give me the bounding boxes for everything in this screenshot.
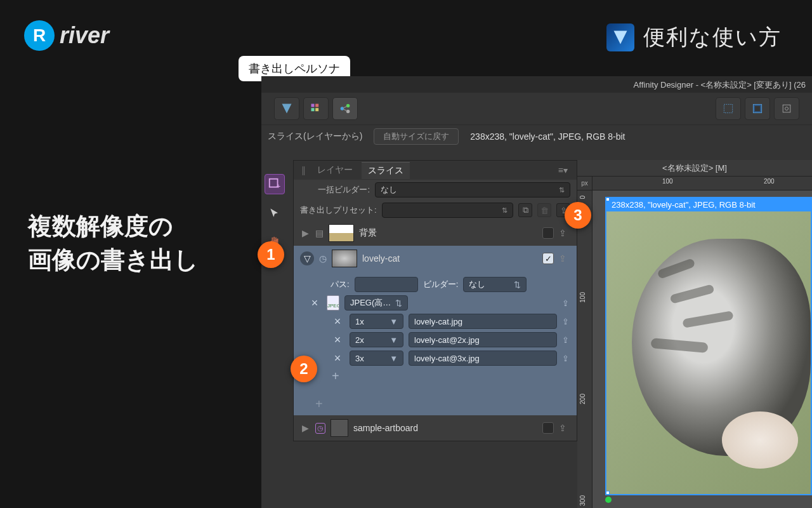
slice-name: sample-artboard bbox=[353, 423, 537, 433]
format-select[interactable]: JPEG(高…⇅ bbox=[344, 295, 408, 311]
resize-handle[interactable] bbox=[605, 491, 610, 495]
export-output-icon[interactable]: ⇪ bbox=[562, 317, 569, 326]
brand-logo: R river bbox=[24, 20, 109, 51]
resize-handle[interactable] bbox=[605, 197, 610, 201]
ruler-unit: px bbox=[577, 177, 593, 190]
export-checkbox[interactable] bbox=[542, 227, 554, 239]
tool-rail: + bbox=[261, 169, 288, 253]
tab-slices[interactable]: スライス bbox=[362, 162, 410, 179]
export-item-icon[interactable]: ⇪ bbox=[559, 423, 570, 433]
persona-designer-button[interactable] bbox=[274, 97, 299, 120]
output-row: × 3x▼ lovely-cat@3x.jpg ⇪ bbox=[331, 351, 569, 366]
scale-select[interactable]: 2x▼ bbox=[350, 332, 403, 347]
svg-rect-3 bbox=[315, 108, 318, 111]
svg-rect-11 bbox=[755, 106, 760, 111]
path-label: パス: bbox=[331, 279, 350, 290]
remove-output-icon[interactable]: × bbox=[331, 352, 344, 365]
preset-label: 書き出しプリセット: bbox=[300, 204, 377, 216]
snap-indicator bbox=[605, 497, 612, 503]
slice-item-bg[interactable]: ▶ ▤ 背景 ⇪ bbox=[294, 220, 577, 246]
path-input[interactable] bbox=[355, 277, 418, 292]
export-format-icon[interactable]: ⇪ bbox=[562, 298, 569, 308]
output-row: × 2x▼ lovely-cat@2x.jpg ⇪ bbox=[331, 332, 569, 347]
thumbnail bbox=[329, 224, 354, 242]
persona-pixel-button[interactable] bbox=[303, 97, 329, 120]
brand-icon: R bbox=[24, 20, 55, 51]
headline-line-1: 複数解像度の bbox=[28, 210, 199, 243]
format-row: × JPEG JPEG(高…⇅ ⇪ bbox=[308, 295, 569, 311]
page-title-area: 便利な使い方 bbox=[606, 23, 782, 52]
builder-select-slice[interactable]: なし⇅ bbox=[463, 277, 527, 292]
app-window: Affinity Designer - <名称未設定> [変更あり] (26 ス… bbox=[261, 76, 812, 508]
disclosure-icon[interactable]: ▽ bbox=[300, 251, 314, 265]
app-icon bbox=[606, 23, 634, 51]
ruler-tick: 200 bbox=[579, 394, 586, 404]
tab-layers[interactable]: レイヤー bbox=[311, 162, 359, 178]
builder-select[interactable]: なし⇅ bbox=[375, 182, 570, 197]
copy-icon[interactable]: ⧉ bbox=[518, 203, 532, 217]
preset-row: 書き出しプリセット: ⇅ ⧉ 🗑 ⇪ bbox=[294, 200, 577, 220]
reset-size-button[interactable]: 自動サイズに戻す bbox=[374, 128, 459, 145]
fit-button[interactable] bbox=[774, 97, 799, 120]
add-format-button[interactable]: + bbox=[294, 393, 577, 415]
sub-toolbar: スライス(レイヤーから) 自動サイズに戻す 238x238, "lovely-c… bbox=[261, 124, 812, 147]
preset-select[interactable]: ⇅ bbox=[382, 203, 513, 218]
scale-select[interactable]: 1x▼ bbox=[350, 314, 403, 329]
slice-tool[interactable]: + bbox=[265, 174, 285, 194]
brand-name: river bbox=[60, 22, 109, 49]
filename-input[interactable]: lovely-cat@3x.jpg bbox=[409, 351, 557, 366]
export-checkbox[interactable] bbox=[542, 422, 554, 434]
filename-input[interactable]: lovely-cat.jpg bbox=[409, 314, 557, 329]
remove-output-icon[interactable]: × bbox=[331, 333, 344, 347]
slice-item-artboard[interactable]: ▶ ◷ sample-artboard ⇪ bbox=[294, 415, 577, 441]
jpeg-file-icon: JPEG bbox=[327, 295, 339, 311]
builder-label: ビルダー: bbox=[423, 279, 459, 290]
disclosure-icon[interactable]: ▶ bbox=[300, 423, 310, 433]
document-tab[interactable]: <名称未設定> [M] bbox=[577, 160, 812, 177]
slice-label-bar: 238x238, "lovely-cat", JPEG, RGB 8-bit bbox=[606, 198, 811, 211]
disclosure-icon[interactable]: ▶ bbox=[300, 228, 310, 238]
panel-tabs: ‖ レイヤー スライス ≡▾ bbox=[294, 161, 577, 180]
export-checkbox[interactable]: ✓ bbox=[542, 253, 554, 264]
slice-item-cat: ▽ ◷ lovely-cat ✓ ⇪ パス: ビルダー: なし⇅ × JPEG … bbox=[294, 246, 577, 415]
slice-header-cat[interactable]: ▽ ◷ lovely-cat ✓ ⇪ bbox=[294, 246, 577, 271]
move-tool[interactable] bbox=[265, 203, 285, 224]
canvas-area[interactable]: <名称未設定> [M] px 100 200 0 100 200 300 238… bbox=[577, 160, 812, 508]
trash-icon[interactable]: 🗑 bbox=[537, 203, 551, 217]
svg-rect-1 bbox=[315, 104, 318, 107]
export-item-icon[interactable]: ⇪ bbox=[559, 228, 570, 238]
thumbnail bbox=[332, 250, 357, 267]
remove-format-icon[interactable]: × bbox=[308, 297, 322, 310]
slices-panel: ‖ レイヤー スライス ≡▾ 一括ビルダー: なし⇅ 書き出しプリセット: ⇅ … bbox=[293, 160, 577, 441]
callout-3: 3 bbox=[565, 202, 591, 229]
svg-line-7 bbox=[343, 106, 347, 108]
ruler-tick: 100 bbox=[579, 292, 586, 303]
slice-selection-box[interactable]: 238x238, "lovely-cat", JPEG, RGB 8-bit bbox=[605, 197, 812, 495]
export-output-icon[interactable]: ⇪ bbox=[562, 335, 569, 345]
ruler-tick: 100 bbox=[662, 178, 673, 185]
add-output-button[interactable]: + bbox=[331, 369, 339, 384]
sub-label: スライス(レイヤーから) bbox=[268, 131, 362, 142]
ruler-tick: 0 bbox=[579, 196, 586, 199]
scale-select[interactable]: 3x▼ bbox=[350, 351, 403, 366]
callout-2: 2 bbox=[291, 356, 317, 382]
output-row: × 1x▼ lovely-cat.jpg ⇪ bbox=[331, 314, 569, 329]
export-output-icon[interactable]: ⇪ bbox=[562, 354, 569, 363]
svg-text:+: + bbox=[277, 182, 280, 190]
ruler-tick: 300 bbox=[579, 495, 586, 506]
remove-output-icon[interactable]: × bbox=[331, 315, 344, 328]
page-icon: ▤ bbox=[315, 228, 324, 238]
export-item-icon[interactable]: ⇪ bbox=[559, 253, 570, 264]
svg-point-6 bbox=[346, 110, 350, 114]
filename-input[interactable]: lovely-cat@2x.jpg bbox=[409, 332, 557, 347]
cat-image bbox=[606, 213, 811, 494]
select-all-button[interactable] bbox=[716, 97, 741, 120]
svg-point-4 bbox=[341, 107, 344, 110]
panel-menu-icon[interactable]: ≡▾ bbox=[558, 165, 572, 175]
svg-rect-12 bbox=[783, 105, 790, 112]
thumbnail bbox=[331, 419, 348, 437]
persona-export-button[interactable] bbox=[332, 97, 358, 120]
select-inverse-button[interactable] bbox=[745, 97, 770, 120]
svg-point-13 bbox=[785, 107, 789, 110]
builder-row: 一括ビルダー: なし⇅ bbox=[294, 180, 577, 200]
